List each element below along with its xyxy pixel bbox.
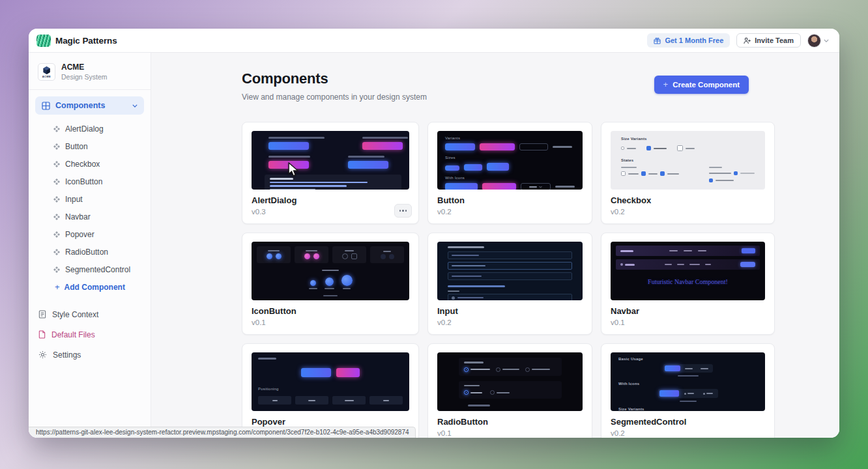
- magic-patterns-logo-icon: [36, 35, 51, 47]
- acme-logo: ACME: [38, 63, 55, 81]
- component-diamond-icon: [53, 143, 60, 150]
- card-more-options-button[interactable]: [394, 204, 412, 218]
- card-version: v0.2: [437, 207, 583, 216]
- app-window: Magic Patterns Get 1 Month Free Invite T…: [29, 29, 839, 438]
- add-component-button[interactable]: + Add Component: [29, 278, 151, 296]
- card-version: v0.1: [437, 429, 583, 438]
- component-diamond-icon: [53, 214, 60, 220]
- card-button[interactable]: Variants Sizes With Icons: [427, 122, 592, 224]
- sidebar-footer: Style Context Default Files Settings: [29, 304, 151, 365]
- card-version: v0.2: [437, 318, 583, 327]
- avatar: [807, 34, 821, 48]
- decor-button-icons: [445, 183, 575, 190]
- button-thumbnail: Variants Sizes With Icons: [437, 131, 583, 190]
- brand[interactable]: Magic Patterns: [36, 35, 117, 47]
- component-diamond-icon: [53, 161, 60, 167]
- page-subtitle: View and manage components in your desig…: [242, 92, 427, 102]
- decor-input-1: [448, 251, 572, 259]
- sidebar-item-radiobutton[interactable]: RadioButton: [29, 243, 151, 261]
- page-title: Components: [242, 70, 427, 87]
- plus-icon: +: [55, 284, 60, 291]
- workspace-name: ACME: [61, 63, 108, 72]
- sidebar-item-input[interactable]: Input: [29, 190, 151, 208]
- decor-input-with-icon: [448, 294, 572, 300]
- component-diamond-icon: [53, 126, 60, 132]
- card-version: v0.2: [611, 207, 765, 216]
- component-diamond-icon: [53, 249, 60, 255]
- sidebar-item-default-files[interactable]: Default Files: [29, 324, 151, 345]
- card-checkbox[interactable]: Size Variants States: [601, 122, 775, 224]
- account-menu[interactable]: [807, 34, 829, 48]
- card-iconbutton[interactable]: IconButton v0.1: [242, 233, 419, 335]
- sidebar: ACME ACME Design System Components Alert…: [29, 53, 151, 438]
- decor-checkbox-sizes: [621, 145, 755, 151]
- alertdialog-thumbnail: [252, 131, 409, 190]
- decor-button-sizes: [445, 163, 575, 171]
- navbar-thumbnail: Futuristic Navbar Component!: [611, 242, 765, 300]
- decor-input-3: [448, 272, 572, 280]
- decor-checkbox-states: [621, 167, 755, 182]
- card-popover[interactable]: Positioning Popover v0.2: [242, 343, 419, 438]
- gear-icon: [38, 350, 47, 359]
- person-plus-icon: [744, 37, 751, 44]
- navbar-caption: Futuristic Navbar Component!: [616, 278, 760, 285]
- sidebar-item-button[interactable]: Button: [29, 137, 151, 155]
- decor-input-2: [448, 262, 572, 270]
- invite-team-label: Invite Team: [755, 36, 794, 44]
- card-input[interactable]: Input v0.2: [427, 233, 592, 335]
- card-navbar[interactable]: Futuristic Navbar Component! Navbar v0.1: [601, 233, 775, 335]
- components-sub-list: AlertDialog Button Checkbox IconButton I…: [29, 120, 151, 296]
- create-component-button[interactable]: + Create Component: [654, 76, 749, 94]
- card-segmentedcontrol[interactable]: Basic Usage With Icons: [601, 343, 775, 438]
- card-title: IconButton: [252, 306, 409, 317]
- chevron-down-icon: [824, 39, 829, 42]
- document-icon: [38, 310, 46, 319]
- plus-icon: +: [663, 81, 669, 88]
- decor-iconbutton-variants: [257, 246, 404, 263]
- sidebar-item-popover[interactable]: Popover: [29, 225, 151, 243]
- card-title: Input: [437, 306, 583, 317]
- file-icon: [38, 330, 46, 339]
- sidebar-item-checkbox[interactable]: Checkbox: [29, 155, 151, 173]
- card-title: RadioButton: [437, 417, 583, 427]
- card-title: Navbar: [611, 306, 765, 317]
- sidebar-item-navbar[interactable]: Navbar: [29, 208, 151, 225]
- decor-navbar-2: [616, 259, 760, 270]
- sidebar-item-segmentedcontrol[interactable]: SegmentedControl: [29, 261, 151, 278]
- link-preview-status-bar: https://patterns-git-alex-lee-design-sys…: [29, 427, 416, 438]
- decor-navbar-1: [616, 246, 760, 256]
- decor-alert-code-block: [265, 175, 401, 190]
- sidebar-item-iconbutton[interactable]: IconButton: [29, 173, 151, 190]
- brand-name: Magic Patterns: [55, 36, 117, 46]
- card-radiobutton[interactable]: RadioButton v0.1: [427, 343, 592, 438]
- input-thumbnail: [437, 242, 583, 300]
- mouse-cursor: [288, 162, 300, 177]
- popover-thumbnail: Positioning: [252, 352, 409, 411]
- sidebar-item-alertdialog[interactable]: AlertDialog: [29, 120, 151, 137]
- checkbox-thumbnail: Size Variants States: [611, 131, 765, 190]
- card-version: v0.3: [252, 207, 409, 216]
- sidebar-item-style-context[interactable]: Style Context: [29, 304, 151, 324]
- decor-popover-buttons: [258, 368, 403, 377]
- top-bar: Magic Patterns Get 1 Month Free Invite T…: [29, 29, 839, 53]
- card-alertdialog[interactable]: AlertDialog v0.3: [242, 122, 419, 224]
- component-diamond-icon: [53, 231, 60, 238]
- decor-popover-positions: [258, 396, 403, 405]
- decor-iconbutton-footer: [257, 295, 404, 296]
- sidebar-item-components[interactable]: Components: [35, 96, 144, 115]
- decor-iconbutton-sizes: [257, 270, 404, 289]
- workspace-switcher[interactable]: ACME ACME Design System: [29, 58, 151, 90]
- card-title: SegmentedControl: [611, 417, 765, 427]
- segmentedcontrol-thumbnail: Basic Usage With Icons: [611, 352, 765, 411]
- get-month-free-label: Get 1 Month Free: [665, 36, 723, 44]
- card-version: v0.1: [252, 318, 409, 327]
- sidebar-item-settings[interactable]: Settings: [29, 345, 151, 365]
- radiobutton-thumbnail: [437, 352, 583, 411]
- card-title: Button: [437, 195, 583, 206]
- card-version: v0.2: [611, 429, 765, 438]
- workspace-subtitle: Design System: [61, 73, 108, 81]
- invite-team-button[interactable]: Invite Team: [736, 33, 801, 48]
- get-month-free-button[interactable]: Get 1 Month Free: [647, 33, 730, 48]
- iconbutton-thumbnail: [252, 242, 409, 300]
- grid-icon: [42, 102, 50, 110]
